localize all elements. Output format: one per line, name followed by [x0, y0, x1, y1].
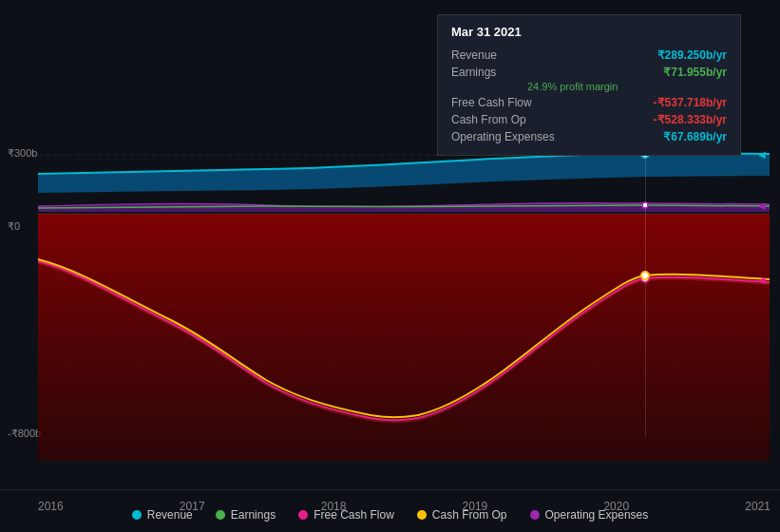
svg-rect-2: [38, 214, 770, 461]
tooltip-cfo-row: Cash From Op -₹528.333b/yr: [451, 111, 727, 128]
legend-label-earnings: Earnings: [231, 508, 276, 522]
legend-label-opex: Operating Expenses: [545, 508, 649, 522]
legend-dot-revenue: [132, 510, 142, 520]
legend-item-fcf[interactable]: Free Cash Flow: [298, 508, 394, 522]
tooltip-date: Mar 31 2021: [451, 25, 727, 39]
legend-dot-opex: [530, 510, 540, 520]
tooltip-earnings-label: Earnings: [451, 66, 496, 79]
tooltip-revenue-label: Revenue: [451, 48, 497, 62]
tooltip-profit-margin: 24.9% profit margin: [451, 81, 727, 94]
tooltip-opex-value: ₹67.689b/yr: [663, 130, 727, 143]
legend-item-opex[interactable]: Operating Expenses: [530, 508, 649, 522]
tooltip-opex-label: Operating Expenses: [451, 130, 555, 143]
legend-item-earnings[interactable]: Earnings: [216, 508, 276, 522]
tooltip-revenue-row: Revenue ₹289.250b/yr: [451, 47, 727, 64]
legend-dot-fcf: [298, 510, 308, 520]
svg-text:◀: ◀: [758, 275, 766, 285]
vertical-marker-line: [645, 138, 646, 437]
chart-container: Mar 31 2021 Revenue ₹289.250b/yr Earning…: [0, 0, 780, 532]
legend-dot-earnings: [216, 510, 225, 520]
tooltip-earnings-value: ₹71.955b/yr: [663, 66, 727, 79]
svg-text:◀: ◀: [758, 149, 766, 160]
legend: Revenue Earnings Free Cash Flow Cash Fro…: [0, 489, 780, 532]
tooltip-cfo-label: Cash From Op: [451, 113, 526, 126]
legend-item-cfo[interactable]: Cash From Op: [417, 508, 507, 522]
svg-text:◀: ◀: [758, 200, 766, 211]
tooltip: Mar 31 2021 Revenue ₹289.250b/yr Earning…: [437, 14, 741, 156]
tooltip-fcf-row: Free Cash Flow -₹537.718b/yr: [451, 94, 727, 111]
chart-svg: ◀ ◀ ◀: [0, 138, 780, 480]
legend-dot-cfo: [417, 510, 427, 520]
tooltip-earnings-row: Earnings ₹71.955b/yr: [451, 64, 727, 81]
tooltip-revenue-value: ₹289.250b/yr: [657, 48, 727, 62]
legend-item-revenue[interactable]: Revenue: [132, 508, 193, 522]
legend-label-cfo: Cash From Op: [432, 508, 507, 522]
tooltip-fcf-value: -₹537.718b/yr: [654, 96, 727, 109]
tooltip-fcf-label: Free Cash Flow: [451, 96, 532, 109]
tooltip-cfo-value: -₹528.333b/yr: [654, 113, 727, 126]
tooltip-opex-row: Operating Expenses ₹67.689b/yr: [451, 128, 727, 145]
legend-label-fcf: Free Cash Flow: [314, 508, 394, 522]
legend-label-revenue: Revenue: [147, 508, 193, 522]
